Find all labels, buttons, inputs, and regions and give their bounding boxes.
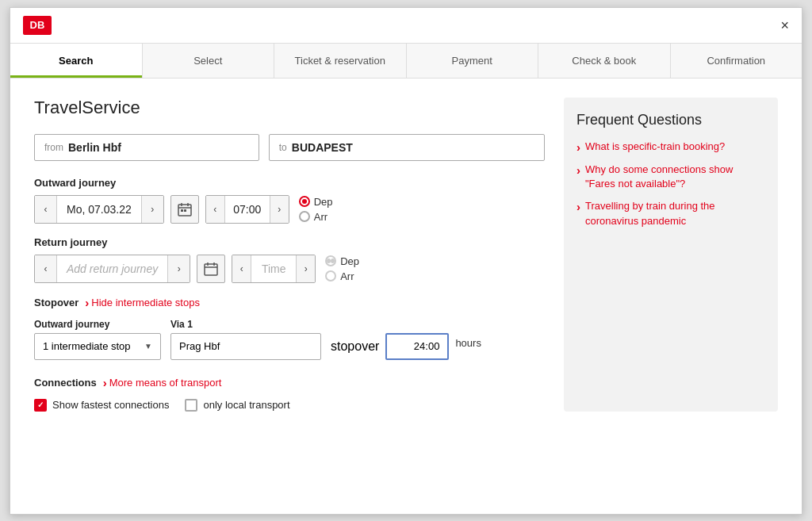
outward-date-nav: ‹ Mo, 07.03.22 › (34, 195, 164, 224)
return-date-display: Add return journey (57, 262, 167, 275)
to-value: BUDAPEST (292, 141, 353, 154)
return-date-next[interactable]: › (167, 255, 190, 282)
connections-header: Connections More means of transport (34, 376, 545, 389)
stopover-via-col: Via 1 (170, 319, 321, 360)
return-date-prev[interactable]: ‹ (35, 255, 57, 282)
stopover-label: stopover (331, 339, 379, 354)
stopover-section: Stopover Hide intermediate stops Outward… (34, 296, 545, 360)
local-checkbox-option[interactable]: only local transport (185, 399, 289, 412)
faq-text-1: Why do some connections show "Fares not … (585, 163, 765, 191)
faq-panel: Frequent Questions What is specific-trai… (564, 98, 778, 412)
local-label: only local transport (203, 399, 289, 411)
local-checkbox[interactable] (185, 399, 197, 412)
tab-search[interactable]: Search (10, 44, 143, 78)
tab-payment[interactable]: Payment (407, 44, 539, 78)
outward-time-nav: ‹ 07:00 › (205, 195, 289, 224)
return-time-display: Time (251, 262, 296, 275)
db-logo: DB (23, 16, 52, 35)
stopover-time-input[interactable] (385, 333, 449, 360)
title-bar: DB × (10, 8, 802, 44)
connections-title: Connections (34, 377, 97, 389)
fastest-checkbox-option[interactable]: Show fastest connections (34, 399, 169, 412)
to-label: to (279, 142, 287, 153)
return-journey-title: Return journey (34, 236, 545, 248)
return-journey-section: Return journey ‹ Add return journey › (34, 236, 545, 283)
outward-arr-label: Arr (314, 211, 327, 223)
outward-date-next[interactable]: › (141, 196, 163, 223)
return-time-nav: ‹ Time › (232, 255, 316, 283)
faq-text-2: Travelling by train during the coronavir… (585, 199, 765, 228)
left-panel: TravelService from Berlin Hbf to BUDAPES… (34, 98, 545, 412)
dropdown-icon: ▼ (144, 342, 152, 351)
stopover-stops-value: 1 intermediate stop (43, 340, 131, 352)
outward-date-time-row: ‹ Mo, 07.03.22 › (34, 195, 545, 224)
return-arr-radio[interactable] (325, 270, 336, 282)
outward-arr-radio[interactable] (299, 211, 310, 222)
stopover-stops-select[interactable]: 1 intermediate stop ▼ (34, 333, 161, 360)
connections-section: Connections More means of transport Show… (34, 376, 545, 412)
faq-item-1[interactable]: Why do some connections show "Fares not … (576, 163, 765, 191)
faq-item-2[interactable]: Travelling by train during the coronavir… (576, 199, 765, 228)
tab-select[interactable]: Select (143, 44, 275, 78)
svg-rect-5 (184, 209, 186, 212)
page-title: TravelService (34, 98, 545, 118)
return-time-prev[interactable]: ‹ (232, 255, 251, 282)
outward-time-prev[interactable]: ‹ (206, 196, 225, 223)
nav-tabs: Search Select Ticket & reservation Payme… (10, 44, 802, 79)
outward-dep-radio[interactable] (299, 196, 310, 207)
from-field[interactable]: from Berlin Hbf (34, 134, 259, 161)
return-arr-option[interactable]: Arr (325, 270, 359, 282)
stopover-fields: Outward journey 1 intermediate stop ▼ Vi… (34, 319, 545, 360)
from-value: Berlin Hbf (68, 141, 121, 154)
outward-dep-arr: Dep Arr (299, 196, 333, 223)
return-calendar-button[interactable] (197, 255, 225, 283)
stopover-outward-label: Outward journey (34, 319, 161, 330)
stopover-title: Stopover (34, 297, 79, 308)
outward-journey-section: Outward journey ‹ Mo, 07.03.22 › (34, 177, 545, 224)
return-dep-option[interactable]: Dep (325, 255, 359, 267)
fastest-checkbox[interactable] (34, 399, 47, 412)
stopover-via-input[interactable] (170, 333, 321, 360)
connections-checkboxes: Show fastest connections only local tran… (34, 399, 545, 412)
outward-time-display: 07:00 (225, 203, 270, 216)
return-dep-arr: Dep Arr (325, 255, 359, 282)
close-button[interactable]: × (780, 18, 789, 33)
from-label: from (44, 142, 63, 153)
fastest-label: Show fastest connections (52, 399, 169, 411)
origin-dest-row: from Berlin Hbf to BUDAPEST (34, 134, 545, 161)
faq-item-0[interactable]: What is specific-train booking? (576, 140, 765, 155)
return-dep-radio[interactable] (325, 255, 336, 266)
faq-text-0: What is specific-train booking? (585, 140, 725, 154)
return-arr-label: Arr (340, 270, 354, 282)
outward-dep-label: Dep (314, 196, 333, 208)
svg-rect-4 (181, 209, 183, 212)
svg-rect-6 (205, 264, 217, 275)
outward-date-prev[interactable]: ‹ (35, 196, 57, 223)
stopover-toggle[interactable]: Hide intermediate stops (85, 296, 200, 309)
return-time-next[interactable]: › (296, 255, 315, 282)
return-dep-label: Dep (340, 255, 359, 267)
outward-calendar-button[interactable] (170, 195, 199, 224)
return-date-nav: ‹ Add return journey › (34, 255, 190, 283)
outward-journey-title: Outward journey (34, 177, 545, 189)
tab-confirmation[interactable]: Confirmation (671, 44, 802, 78)
stopover-header: Stopover Hide intermediate stops (34, 296, 545, 309)
stopover-outward-col: Outward journey 1 intermediate stop ▼ (34, 319, 161, 360)
main-content: TravelService from Berlin Hbf to BUDAPES… (10, 79, 802, 431)
outward-time-next[interactable]: › (270, 196, 289, 223)
outward-date-display: Mo, 07.03.22 (57, 203, 141, 216)
stopover-via-label: Via 1 (170, 319, 321, 330)
stopover-time-col: stopover hours (331, 319, 481, 360)
connections-toggle[interactable]: More means of transport (103, 376, 222, 389)
app-window: DB × Search Select Ticket & reservation … (10, 7, 802, 515)
tab-ticket[interactable]: Ticket & reservation (274, 44, 407, 78)
to-field[interactable]: to BUDAPEST (269, 134, 545, 161)
outward-arr-option[interactable]: Arr (299, 211, 333, 223)
tab-checkbook[interactable]: Check & book (538, 44, 671, 78)
return-date-time-row: ‹ Add return journey › ‹ (34, 255, 545, 283)
faq-title: Frequent Questions (576, 112, 765, 128)
outward-dep-option[interactable]: Dep (299, 196, 333, 208)
stopover-hours-label: hours (455, 337, 481, 355)
